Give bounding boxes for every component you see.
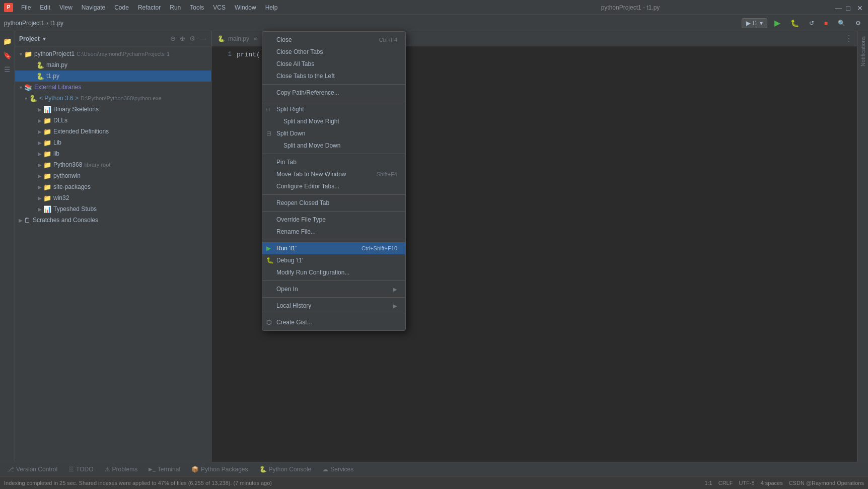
site-packages-label: site-packages: [53, 183, 91, 190]
panel-dropdown-icon[interactable]: ▾: [43, 35, 46, 42]
menu-vcs[interactable]: VCS: [209, 3, 230, 12]
copy-path-label: Copy Path/Reference...: [276, 89, 339, 96]
notifications-label[interactable]: Notifications: [859, 33, 867, 69]
root-label: pythonProject1: [34, 50, 75, 57]
main-py-tab-close[interactable]: ✕: [252, 36, 258, 42]
run-config-selector[interactable]: ▶ t1 ▾: [742, 18, 767, 28]
locate-file-icon[interactable]: ⊕: [179, 34, 186, 43]
menu-run-t1[interactable]: ▶ Run 't1' Ctrl+Shift+F10: [262, 242, 405, 254]
menu-local-history[interactable]: Local History ▶: [262, 300, 405, 312]
stop-button[interactable]: ■: [821, 19, 831, 28]
tree-external-libs[interactable]: ▾ 📚 External Libraries: [15, 82, 211, 93]
main-toolbar: pythonProject1 › t1.py ▶ t1 ▾ ▶ 🐛 ↺ ■ 🔍 …: [0, 15, 868, 31]
menu-open-in[interactable]: Open In ▶: [262, 283, 405, 295]
tree-lib-lower[interactable]: ▶ 📁 lib: [15, 148, 211, 159]
binary-icon: 📊: [43, 106, 51, 113]
search-button[interactable]: 🔍: [835, 19, 848, 28]
panel-settings-icon[interactable]: ⚙: [188, 34, 196, 43]
maximize-button[interactable]: □: [846, 4, 853, 11]
menu-split-move-down[interactable]: Split and Move Down: [262, 139, 405, 152]
menu-help[interactable]: Help: [261, 3, 282, 12]
minimize-button[interactable]: —: [835, 4, 842, 11]
breadcrumb: pythonProject1 › t1.py: [4, 20, 63, 27]
menu-reopen-tab[interactable]: Reopen Closed Tab: [262, 197, 405, 209]
menu-run[interactable]: Run: [166, 3, 185, 12]
tabs-more-button[interactable]: ⋮: [841, 34, 857, 43]
override-file-label: Override File Type: [276, 216, 326, 223]
structure-icon-btn[interactable]: ☰: [2, 63, 14, 76]
menu-tools[interactable]: Tools: [186, 3, 208, 12]
tab-problems[interactable]: ⚠ Problems: [100, 464, 143, 475]
collapse-all-icon[interactable]: ⊖: [169, 34, 177, 43]
menu-modify-run-config[interactable]: Modify Run Configuration...: [262, 266, 405, 278]
menu-split-right[interactable]: □ Split Right: [262, 103, 405, 115]
run-button[interactable]: ▶: [771, 17, 783, 29]
menu-split-move-right[interactable]: Split and Move Right: [262, 115, 405, 127]
tree-root[interactable]: ▾ 📁 pythonProject1 C:\Users\raymond\Pych…: [15, 48, 211, 59]
tree-t1-py[interactable]: 🐍 t1.py: [15, 71, 211, 82]
bookmarks-icon-btn[interactable]: 🔖: [2, 49, 14, 61]
menu-move-tab-window[interactable]: Move Tab to New Window Shift+F4: [262, 168, 405, 180]
status-spaces[interactable]: 4 spaces: [761, 480, 783, 486]
settings-button[interactable]: ⚙: [852, 19, 864, 28]
menu-configure-tabs[interactable]: Configure Editor Tabs...: [262, 180, 405, 192]
project-icon-btn[interactable]: 📁: [2, 35, 14, 47]
menu-close[interactable]: Close Ctrl+F4: [262, 34, 405, 46]
pythonwin-label: pythonwin: [53, 172, 81, 179]
menu-refactor[interactable]: Refactor: [134, 3, 165, 12]
tree-python36[interactable]: ▾ 🐍 < Python 3.6 > D:\Python\Python368\p…: [15, 93, 211, 104]
tree-binary-skeletons[interactable]: ▶ 📊 Binary Skeletons: [15, 104, 211, 115]
tab-todo[interactable]: ☰ TODO: [63, 464, 98, 475]
tab-python-packages[interactable]: 📦 Python Packages: [186, 464, 253, 475]
close-all-label: Close All Tabs: [276, 60, 314, 67]
menu-file[interactable]: File: [17, 3, 35, 12]
menu-override-file-type[interactable]: Override File Type: [262, 214, 405, 226]
python36-label: < Python 3.6 >: [39, 95, 79, 102]
tab-python-console[interactable]: 🐍 Python Console: [254, 464, 317, 475]
close-button[interactable]: ✕: [857, 4, 864, 11]
tab-version-control[interactable]: ⎇ Version Control: [2, 464, 62, 475]
menu-close-tabs-left[interactable]: Close Tabs to the Left: [262, 70, 405, 82]
menu-debug-t1[interactable]: 🐛 Debug 't1': [262, 254, 405, 266]
menu-rename-file[interactable]: Rename File...: [262, 226, 405, 238]
ext-libs-arrow: ▾: [17, 85, 24, 90]
hide-panel-icon[interactable]: —: [198, 34, 207, 43]
menu-copy-path[interactable]: Copy Path/Reference...: [262, 87, 405, 99]
tree-main-py[interactable]: 🐍 main.py: [15, 59, 211, 71]
tree-site-packages[interactable]: ▶ 📁 site-packages: [15, 181, 211, 192]
split-right-icon: □: [266, 106, 270, 113]
tree-typeshed[interactable]: ▶ 📊 Typeshed Stubs: [15, 203, 211, 215]
tab-services[interactable]: ☁ Services: [317, 464, 358, 475]
tree-pythonwin[interactable]: ▶ 📁 pythonwin: [15, 170, 211, 181]
tree-scratches[interactable]: ▶ 🗒 Scratches and Consoles: [15, 215, 211, 226]
menu-navigate[interactable]: Navigate: [78, 3, 109, 12]
tab-terminal[interactable]: ▶_ Terminal: [143, 464, 185, 475]
scratches-label: Scratches and Consoles: [33, 217, 98, 224]
project-panel: Project ▾ ⊖ ⊕ ⚙ — ▾ 📁 pythonProject1 C:\…: [15, 31, 211, 462]
menu-split-down[interactable]: ⊟ Split Down: [262, 127, 405, 139]
menu-view[interactable]: View: [55, 3, 77, 12]
menu-close-all-tabs[interactable]: Close All Tabs: [262, 58, 405, 70]
tree-python368[interactable]: ▶ 📁 Python368 library root: [15, 159, 211, 170]
menu-pin-tab[interactable]: Pin Tab: [262, 156, 405, 168]
status-encoding[interactable]: CRLF: [718, 480, 733, 486]
tab-main-py[interactable]: 🐍 main.py ✕: [211, 32, 265, 46]
win32-icon: 📁: [43, 194, 51, 202]
tree-lib-cap[interactable]: ▶ 📁 Lib: [15, 137, 211, 148]
tree-dlls[interactable]: ▶ 📁 DLLs: [15, 115, 211, 126]
menu-code[interactable]: Code: [110, 3, 133, 12]
main-layout: 📁 🔖 ☰ Project ▾ ⊖ ⊕ ⚙ — ▾ 📁 pythonProjec…: [0, 31, 868, 462]
status-charset[interactable]: UTF-8: [739, 480, 754, 486]
tree-extended-defs[interactable]: ▶ 📁 Extended Definitions: [15, 126, 211, 137]
menu-window[interactable]: Window: [231, 3, 260, 12]
menu-edit[interactable]: Edit: [36, 3, 54, 12]
tree-win32[interactable]: ▶ 📁 win32: [15, 192, 211, 203]
status-position[interactable]: 1:1: [704, 480, 712, 486]
breadcrumb-file[interactable]: t1.py: [50, 20, 63, 27]
breadcrumb-project[interactable]: pythonProject1: [4, 20, 44, 27]
main-py-tab-label: main.py: [228, 35, 249, 42]
menu-create-gist[interactable]: ⬡ Create Gist...: [262, 316, 405, 328]
menu-close-other-tabs[interactable]: Close Other Tabs: [262, 46, 405, 58]
debug-button[interactable]: 🐛: [787, 18, 802, 28]
coverage-button[interactable]: ↺: [806, 19, 817, 28]
